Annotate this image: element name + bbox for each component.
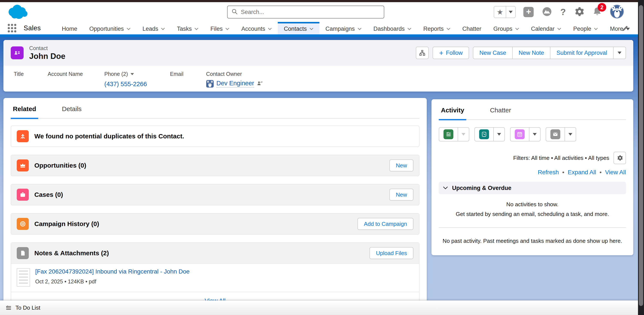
chevron-down-icon — [408, 28, 411, 30]
expand-all-link[interactable]: Expand All — [568, 169, 596, 176]
new-note-button[interactable]: New Note — [512, 47, 550, 59]
related-list-title[interactable]: Notes & Attachments (2) — [34, 249, 109, 257]
related-list-campaign-history: Campaign History (0) Add to Campaign — [11, 213, 420, 235]
upload-files-button[interactable]: Upload Files — [370, 247, 414, 259]
chevron-down-icon — [194, 28, 198, 30]
setup-gear-button[interactable] — [574, 6, 584, 18]
contact-entity-icon — [11, 47, 24, 59]
todo-list-icon — [5, 304, 12, 311]
edit-nav-pencil-icon[interactable] — [621, 25, 628, 33]
help-button[interactable]: ? — [560, 7, 566, 17]
more-actions-dropdown-button[interactable] — [614, 47, 626, 59]
tab-details[interactable]: Details — [60, 105, 84, 119]
related-list-title[interactable]: Opportunities (0) — [34, 162, 86, 169]
notifications-button[interactable]: 2 — [592, 7, 602, 18]
follow-button[interactable]: +Follow — [432, 47, 469, 59]
email-dropdown-button[interactable] — [564, 128, 576, 141]
email-button[interactable] — [546, 128, 564, 141]
task-icon — [444, 129, 454, 139]
owner-name-link[interactable]: Dev Engineer — [216, 80, 254, 88]
global-actions-button[interactable]: + — [523, 7, 534, 17]
user-avatar[interactable] — [610, 5, 624, 19]
section-title: Upcoming & Overdue — [452, 185, 511, 191]
global-search[interactable] — [227, 6, 384, 19]
nav-tab-calendar[interactable]: Calendar — [525, 22, 567, 34]
duplicates-message: We found no potential duplicates of this… — [34, 133, 184, 140]
task-dropdown-button[interactable] — [458, 128, 469, 141]
entity-label: Contact — [29, 45, 66, 51]
record-header-top: Contact John Doe +Follow New Case New No… — [4, 40, 633, 66]
todo-list-button[interactable]: To Do List — [5, 304, 40, 311]
file-meta: Oct 2, 2025 • 124KB • pdf — [35, 278, 190, 285]
nav-tab-files[interactable]: Files — [204, 22, 235, 34]
nav-tab-groups[interactable]: Groups — [487, 22, 525, 34]
submit-for-approval-button[interactable]: Submit for Approval — [550, 47, 614, 59]
chevron-down-icon — [515, 28, 519, 30]
nav-tab-tasks[interactable]: Tasks — [171, 22, 204, 34]
window-scrollbar[interactable] — [638, 0, 644, 315]
app-navigation-bar: Sales Home Opportunities Leads Tasks Fil… — [0, 22, 638, 34]
bullet-separator: • — [600, 169, 602, 176]
chevron-down-icon — [268, 28, 272, 30]
related-list-opportunities: Opportunities (0) New — [11, 155, 420, 176]
field-contact-owner: Contact Owner Dev Engineer — [206, 71, 263, 88]
related-list-title[interactable]: Cases (0) — [34, 191, 63, 198]
nav-tab-opportunities[interactable]: Opportunities — [83, 22, 136, 34]
record-detail-panel: Related Details We found no potential du… — [4, 98, 427, 315]
attachment-row[interactable]: [Fax 2062047392024] Inbound via Ringcent… — [11, 263, 419, 292]
search-icon — [232, 8, 238, 16]
log-call-split-button — [474, 127, 505, 141]
new-opportunity-button[interactable]: New — [390, 159, 414, 171]
empty-activities-line2: Get started by sending an email, schedul… — [439, 211, 626, 217]
org-chart-button[interactable] — [416, 47, 429, 59]
activity-filter-settings-button[interactable] — [614, 152, 626, 164]
salesforce-logo-icon — [6, 3, 30, 22]
nav-tab-people[interactable]: People — [567, 22, 604, 34]
header-action-icons: ★ + ? 2 — [494, 2, 624, 22]
caret-down-icon — [497, 133, 501, 136]
nav-tab-home[interactable]: Home — [56, 22, 83, 34]
new-event-button[interactable] — [510, 128, 529, 141]
nav-tab-leads[interactable]: Leads — [136, 22, 171, 34]
chevron-down-icon — [161, 28, 165, 30]
change-owner-icon[interactable] — [257, 80, 263, 87]
log-call-button[interactable] — [475, 128, 493, 141]
tab-related[interactable]: Related — [11, 105, 38, 119]
trailhead-icon[interactable] — [542, 6, 552, 18]
refresh-link[interactable]: Refresh — [538, 169, 559, 176]
nav-tab-accounts[interactable]: Accounts — [235, 22, 278, 34]
phone-dropdown-caret-icon[interactable] — [130, 73, 134, 75]
new-case-button[interactable]: New Case — [473, 47, 512, 59]
favorites-star-button[interactable]: ★ — [494, 7, 506, 18]
upcoming-overdue-section[interactable]: Upcoming & Overdue — [439, 182, 626, 194]
new-task-button[interactable] — [439, 128, 458, 141]
add-to-campaign-button[interactable]: Add to Campaign — [358, 218, 414, 230]
nav-tab-chatter[interactable]: Chatter — [456, 22, 488, 34]
phone-value-link[interactable]: (437) 555-2266 — [104, 81, 147, 88]
new-case-related-button[interactable]: New — [390, 189, 414, 201]
call-dropdown-button[interactable] — [493, 128, 504, 141]
favorites-dropdown-button[interactable] — [506, 7, 515, 18]
caret-down-icon — [618, 52, 622, 54]
file-name-link[interactable]: [Fax 2062047392024] Inbound via Ringcent… — [35, 268, 190, 275]
nav-tab-reports[interactable]: Reports — [417, 22, 456, 34]
app-name[interactable]: Sales — [24, 24, 41, 32]
activity-view-all-link[interactable]: View All — [605, 169, 626, 176]
activity-filters-row: Filters: All time • All activities • All… — [439, 152, 626, 164]
nav-tab-contacts[interactable]: Contacts — [278, 22, 320, 34]
app-launcher-icon[interactable] — [8, 24, 16, 33]
chevron-down-icon — [358, 28, 362, 30]
filters-summary: Filters: All time • All activities • All… — [513, 155, 609, 161]
nav-tab-dashboards[interactable]: Dashboards — [368, 22, 418, 34]
tab-activity[interactable]: Activity — [439, 107, 466, 120]
nav-tab-more[interactable]: More — [604, 22, 636, 34]
search-input[interactable] — [241, 9, 380, 16]
event-icon — [515, 129, 525, 139]
nav-items: Home Opportunities Leads Tasks Files Acc… — [56, 22, 636, 34]
scrollbar-thumb[interactable] — [639, 5, 643, 306]
caret-down-icon — [462, 133, 466, 136]
nav-tab-campaigns[interactable]: Campaigns — [320, 22, 368, 34]
tab-chatter[interactable]: Chatter — [488, 107, 513, 120]
event-dropdown-button[interactable] — [529, 128, 540, 141]
related-list-title[interactable]: Campaign History (0) — [34, 220, 99, 227]
